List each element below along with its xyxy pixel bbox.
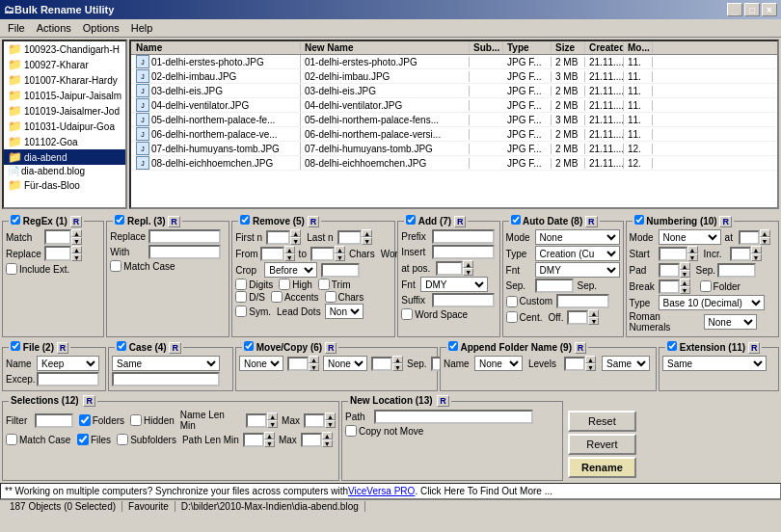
remove-r-button[interactable]: R — [308, 216, 320, 227]
spin-down[interactable]: ▼ — [585, 363, 596, 371]
col-header-created[interactable]: Created — [585, 42, 624, 53]
spin-up[interactable]: ▲ — [687, 246, 698, 253]
spin-down[interactable]: ▼ — [267, 420, 278, 428]
folder-item[interactable]: 📁101019-Jaisalmer-Jod — [4, 103, 125, 119]
folder-item[interactable]: 📁Für-das-Bloo — [4, 177, 125, 193]
spin-up[interactable]: ▲ — [264, 432, 275, 439]
autodate-custom[interactable] — [506, 296, 518, 307]
spin-up[interactable]: ▲ — [71, 229, 82, 237]
autodate-cent-label[interactable]: Cent. — [506, 311, 543, 323]
sel-namemax-input[interactable]: 0 — [304, 413, 325, 428]
regex-replace-spin[interactable]: 00 ▲▼ — [44, 246, 82, 261]
file2-checkbox[interactable] — [11, 341, 20, 351]
file-row[interactable]: J03-delhi-eis.JPG 03-delhi-eis.JPG JPG F… — [131, 84, 777, 98]
movecopy-r-button[interactable]: R — [325, 342, 337, 354]
remove-chars2-label[interactable]: Chars — [325, 291, 364, 303]
spin-up[interactable]: ▲ — [760, 229, 770, 237]
case4-select[interactable]: Same — [112, 356, 220, 371]
remove-digits-label[interactable]: Digits — [235, 279, 273, 290]
repl-r-button[interactable]: R — [168, 216, 180, 227]
sel-namemin-input[interactable]: 0 — [246, 413, 267, 428]
repl-checkbox[interactable] — [115, 215, 124, 225]
regex-checkbox[interactable] — [11, 215, 20, 225]
repl-match-case-label[interactable]: Match Case — [110, 260, 175, 272]
folder-item[interactable]: 📁101031-Udaipur-Goa — [4, 119, 125, 134]
sel-subfolders-label[interactable]: Subfolders — [117, 434, 176, 445]
spin-down[interactable]: ▼ — [309, 363, 319, 371]
remove-crop-input[interactable] — [321, 263, 360, 278]
spin-down[interactable]: ▼ — [325, 420, 336, 428]
remove-lastn-input[interactable]: 0 — [337, 230, 362, 245]
promo-brand[interactable]: ViceVersa PRO — [348, 486, 415, 496]
file-row[interactable]: J04-delhi-ventilator.JPG 04-delhi-ventil… — [131, 98, 777, 113]
spin-down[interactable]: ▼ — [264, 439, 275, 447]
sel-matchcase-label[interactable]: Match Case — [6, 434, 73, 445]
case4-excep-input[interactable] — [112, 372, 220, 386]
file-row[interactable]: J02-delhi-imbau.JPG 02-delhi-imbau.JPG J… — [131, 69, 777, 84]
autodate-fnt-select[interactable]: DMY — [535, 262, 620, 278]
spin-up[interactable]: ▲ — [362, 229, 372, 237]
sel-folders[interactable] — [79, 414, 91, 426]
spin-down[interactable]: ▼ — [680, 286, 690, 294]
menu-actions[interactable]: Actions — [31, 20, 77, 36]
spin-down[interactable]: ▼ — [71, 237, 82, 245]
remove-trim-label[interactable]: Trim — [318, 279, 351, 290]
remove-high[interactable] — [279, 279, 290, 290]
spin-up[interactable]: ▲ — [588, 309, 599, 317]
remove-non-select[interactable]: Non — [325, 304, 364, 319]
regex-match-input[interactable]: 0 — [44, 229, 71, 245]
appendfolder-same-select[interactable]: Same — [602, 356, 650, 371]
remove-crop-select[interactable]: BeforeAfter — [264, 262, 317, 278]
sel-matchcase[interactable] — [6, 434, 17, 445]
movecopy-checkbox[interactable] — [244, 341, 254, 351]
autodate-off-input[interactable]: 0 — [567, 310, 588, 325]
extension-r-button[interactable]: R — [748, 342, 761, 354]
spin-up[interactable]: ▲ — [392, 356, 403, 363]
file-rows[interactable]: J01-delhi-erstes-photo.JPG 01-delhi-erst… — [131, 55, 777, 203]
spin-down[interactable]: ▼ — [588, 317, 599, 325]
numbering-at-input[interactable]: 0 — [739, 230, 760, 245]
regex-include-ext[interactable] — [6, 263, 17, 275]
remove-checkbox[interactable] — [240, 215, 250, 225]
file-row[interactable]: J08-delhi-eichhoemchen.JPG 08-delhi-eich… — [131, 156, 777, 171]
spin-down[interactable]: ▼ — [284, 253, 295, 261]
menu-file[interactable]: File — [2, 20, 31, 36]
numbering-r-button[interactable]: R — [719, 216, 732, 227]
spin-up[interactable]: ▲ — [290, 229, 301, 237]
movecopy-num1-input[interactable]: 1 — [287, 357, 309, 371]
spin-up[interactable]: ▲ — [751, 246, 762, 253]
repl-match-case[interactable] — [110, 260, 121, 272]
numbering-folder-label[interactable]: Folder — [700, 280, 741, 292]
regex-match-spin[interactable]: 0 ▲▼ — [44, 229, 82, 245]
selections-r-button[interactable]: R — [83, 395, 95, 407]
movecopy-none2-select[interactable]: None — [323, 356, 367, 371]
file2-r-button[interactable]: R — [57, 342, 69, 354]
remove-ds[interactable] — [235, 291, 247, 303]
sel-pathmin-input[interactable]: 0 — [243, 433, 264, 447]
rename-button[interactable]: Rename — [568, 457, 636, 478]
add-wordspace-label[interactable]: Word Space — [401, 308, 468, 320]
appendfolder-r-button[interactable]: R — [575, 342, 587, 354]
col-header-sub[interactable]: Sub... — [470, 42, 503, 53]
sel-folders-label[interactable]: Folders — [79, 414, 124, 426]
remove-digits[interactable] — [235, 279, 247, 290]
remove-high-label[interactable]: High — [279, 279, 312, 290]
repl-with-input[interactable] — [148, 245, 221, 259]
extension-same-select[interactable]: Same — [662, 356, 767, 371]
spin-up[interactable]: ▲ — [335, 246, 345, 253]
spin-up[interactable]: ▲ — [680, 262, 690, 270]
spin-up[interactable]: ▲ — [284, 246, 295, 253]
folder-item[interactable]: 📁101102-Goa — [4, 134, 125, 149]
folder-item[interactable]: 📁101015-Jaipur-Jaisalm — [4, 88, 125, 103]
spin-up[interactable]: ▲ — [585, 356, 596, 363]
add-prefix-input[interactable] — [432, 229, 495, 244]
remove-trim[interactable] — [318, 279, 330, 290]
autodate-mode-select[interactable]: None — [535, 229, 620, 245]
newlocation-r-button[interactable]: R — [437, 395, 449, 407]
regex-replace-input[interactable]: 00 — [44, 246, 71, 261]
spin-up[interactable]: ▲ — [309, 356, 319, 363]
movecopy-num2-input[interactable]: 1 — [371, 357, 392, 371]
file-row[interactable]: J05-delhi-northem-palace-fe... 05-delhi-… — [131, 113, 777, 127]
spin-up[interactable]: ▲ — [267, 412, 278, 420]
file2-excep-input[interactable] — [37, 372, 99, 386]
